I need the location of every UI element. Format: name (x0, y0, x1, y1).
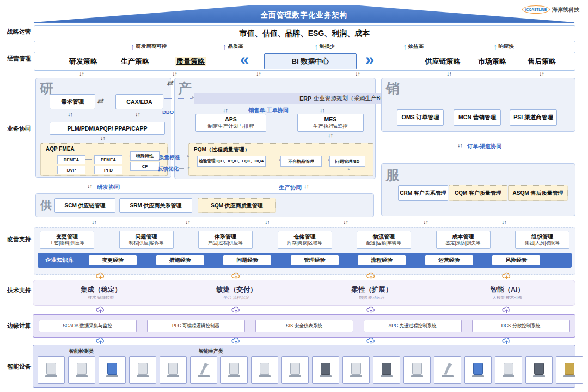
module-cax-eda: CAX/EDA (115, 94, 163, 109)
knowledge-base-bar: 企业知识库 变更经验 措施经验 问题经验 管理经验 流程经验 运营经验 风险经验 (38, 253, 572, 268)
up-arrow-icon (131, 42, 135, 52)
section-label-strategy-ops: 战略运营 (7, 28, 32, 36)
updown-arrow-icon (265, 218, 270, 225)
device-photo (99, 356, 126, 384)
swap-arrows-icon (97, 96, 103, 105)
card-org-mgmt: 组织管理集团|人员|权限等 (515, 231, 569, 249)
tech-support-panel: 集成（稳定）技术-赋能转型 敏捷（交付）平台-流程沉淀 柔性（扩展）数据-驱动运… (33, 280, 575, 306)
card-warehouse-mgmt: 仓储管理库存|调拨|区域等 (278, 231, 332, 249)
device-photo (68, 356, 95, 384)
panel-rnd: 研 需求管理 CAX/EDA PLM/PDM/APQP/ PPAP/CAPP A… (35, 78, 171, 178)
strategy-supply-chain: 供应链策略 (425, 57, 461, 66)
updown-arrow-icon (100, 134, 105, 141)
card-system-mgmt: 体系管理产品|过程|供应等 (198, 231, 253, 249)
updown-arrow-icon (172, 70, 177, 77)
device-photo (281, 356, 309, 384)
dotted-connector (179, 168, 187, 169)
dotted-connector (322, 161, 328, 161)
tech-integration: 集成（稳定）技术-赋能转型 (33, 280, 169, 305)
updown-arrow-icon (135, 111, 140, 117)
cloud-upload-icon (95, 336, 106, 345)
pqm-title: PQM（过程质量管理） (194, 146, 250, 154)
kb-items: 变更经验 措施经验 问题经验 管理经验 流程经验 运营经验 风险经验 (79, 255, 572, 265)
module-requirements: 需求管理 (50, 94, 95, 109)
dotted-connector (347, 166, 347, 170)
cloud-upload-icon (95, 305, 106, 314)
updown-arrow-icon (87, 182, 92, 189)
bi-data-center: BI 数据中心 (264, 53, 357, 69)
updown-arrow-icon (68, 111, 72, 117)
dotted-connector (266, 161, 279, 161)
dotted-return-line (197, 170, 347, 170)
updown-arrow-icon (256, 70, 261, 77)
updown-arrow-icon (328, 132, 333, 138)
device-photo (160, 356, 187, 384)
order-channel-label: 订单-渠道协同 (467, 143, 501, 150)
cloud-upload-icon (231, 336, 241, 345)
cloud-upload-icon (366, 272, 376, 280)
cloud-upload-icon (231, 305, 241, 314)
module-scm: SCM 供应链管理 (54, 198, 115, 213)
device-photo (190, 356, 217, 384)
kb-item: 变更经验 (89, 255, 137, 265)
cloud-row-purple (33, 305, 574, 314)
updown-arrow-icon (223, 107, 228, 113)
strategy-ops-row: 市值、估值、品牌、ESG、利润、成本 (34, 25, 575, 42)
updown-arrow-icon (457, 142, 462, 148)
service-tag: 服 (386, 166, 400, 184)
module-crm: CRM 客户关系管理 (398, 185, 448, 201)
erp-abbr: ERP (299, 95, 311, 102)
kb-item: 风险经验 (492, 255, 540, 265)
card-logistics-mgmt: 物流管理配送|运输|车辆等 (357, 231, 411, 249)
cloud-upload-icon (501, 336, 512, 345)
module-asqm: ASQM 售后质量管理 (508, 185, 568, 201)
module-plc: PLC 可编程逻辑控制器 (147, 320, 245, 332)
sales-tag: 销 (386, 79, 400, 97)
module-special-chars: 特殊特性 (130, 151, 160, 161)
section-label-biz-collab: 业务协同 (7, 125, 32, 133)
card-change-mgmt: 变更管理工艺|物料|供应等 (40, 231, 94, 249)
panel-sales: 销 OMS 订单管理 MCN 营销管理 PSI 渠道商管理 (381, 78, 575, 132)
kb-item: 运营经验 (425, 255, 473, 265)
aqp-fmea-panel: AQP FMEA DFMEA PFMEA 特殊特性 DVP PFD CP (40, 143, 168, 176)
supply-tag: 供 (40, 198, 52, 213)
dotted-connector (180, 157, 187, 157)
updown-arrow-icon (355, 70, 360, 77)
device-group-production: 智能生产类 (199, 348, 223, 355)
device-photo (129, 356, 156, 384)
up-arrow-icon (493, 42, 498, 52)
device-photo (251, 356, 278, 384)
cloud-upload-icon (501, 305, 512, 314)
module-sis: SIS 安全仪表系统 (255, 320, 353, 332)
updown-arrow-icon (446, 70, 451, 77)
pqm-panel: PQM（过程质量管理） 检验管理 IQC、IPQC、FQC、OQA 不合格品管理… (188, 143, 373, 176)
logo-brand-icon: iCOASTLINE (522, 5, 550, 14)
logo-company-name: 海岸线科技 (552, 6, 579, 14)
prod-collab-label: 生产协同 (279, 184, 302, 192)
cloud-upload-icon (366, 336, 376, 345)
card-cost-mgmt: 成本管理鉴定|预防|损失等 (436, 231, 491, 249)
strategy-quality: 质量策略 (175, 57, 206, 66)
module-cqm: CQM 客户质量管理 (449, 185, 507, 201)
company-logo: iCOASTLINE 海岸线科技 (522, 5, 579, 14)
cloud-row-orange (33, 272, 574, 280)
module-aps: APS 制定生产计划与排程 (195, 114, 266, 132)
swap-arrows-icon (167, 78, 173, 87)
module-cp: CP (130, 162, 160, 171)
feedback-optimize-label: 反馈优化 (158, 166, 179, 173)
panel-supply: 供 SCM 供应链管理 SRM 供应商关系管理 SQM 供应商质量管理 (35, 193, 374, 217)
updown-arrow-icon (539, 70, 544, 77)
chevron-right-icon (365, 51, 374, 69)
card-issue-mgmt: 问题管理制程|供应|客诉等 (119, 231, 174, 249)
page-title: 全面管理数字化业务架构 (34, 10, 574, 20)
device-photo (38, 356, 65, 384)
module-nonconforming: 不合格品管理 (280, 156, 322, 167)
updown-arrow-icon (91, 218, 96, 225)
module-scada: SCADA 数据采集与监控 (39, 320, 137, 332)
kpi-response: 响应快 (493, 42, 514, 52)
updown-arrow-icon (185, 218, 190, 225)
module-dvp: DVP (57, 166, 85, 174)
device-photo (220, 356, 248, 384)
module-dcs: DCS 分散控制系统 (472, 320, 570, 332)
kpi-benefit: 效益高 (403, 42, 424, 52)
